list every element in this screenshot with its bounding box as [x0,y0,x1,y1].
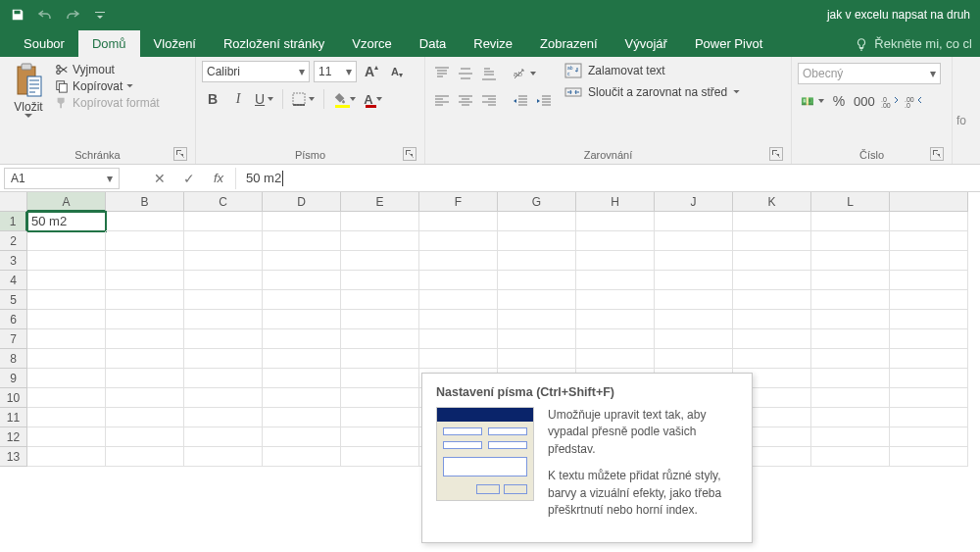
cell[interactable] [184,349,263,369]
cell[interactable] [733,329,811,349]
row-header[interactable]: 9 [0,369,27,388]
cell[interactable] [811,447,890,467]
cell[interactable] [341,290,419,310]
orientation-button[interactable]: ab [510,63,538,84]
cell[interactable]: 50 m2 [27,212,106,231]
cell[interactable] [498,251,576,271]
name-box[interactable]: A1 ▾ [4,168,120,189]
cell[interactable] [811,251,890,271]
col-header-a[interactable]: A [27,192,106,212]
undo-icon[interactable] [33,3,57,26]
cell[interactable] [184,427,263,447]
underline-button[interactable]: U [253,88,275,110]
cell[interactable] [576,231,655,251]
cell[interactable] [498,212,576,231]
cell[interactable] [890,388,968,408]
cell[interactable] [498,271,576,290]
cell[interactable] [27,408,106,427]
cell[interactable] [27,427,106,447]
cell[interactable] [106,427,184,447]
cell[interactable] [106,251,184,271]
tab-powerpivot[interactable]: Power Pivot [681,30,776,57]
qat-customize-icon[interactable] [88,3,112,26]
cell[interactable] [655,290,733,310]
cell[interactable] [576,290,655,310]
cell[interactable] [27,329,106,349]
cell[interactable] [890,447,968,467]
cell[interactable] [263,310,341,329]
cell[interactable] [890,310,968,329]
cell[interactable] [498,349,576,369]
cell[interactable] [890,212,968,231]
format-painter-button[interactable]: Kopírovat formát [55,96,160,110]
cell[interactable] [890,427,968,447]
save-icon[interactable] [6,3,29,26]
cell[interactable] [890,251,968,271]
increase-font-size-button[interactable]: A▴ [361,61,382,82]
cell[interactable] [341,388,419,408]
cell[interactable] [576,251,655,271]
cell[interactable] [27,231,106,251]
cell[interactable] [106,388,184,408]
cell[interactable] [890,231,968,251]
tab-review[interactable]: Revize [460,30,526,57]
cell[interactable] [655,310,733,329]
cell[interactable] [811,290,890,310]
merge-center-button[interactable]: Sloučit a zarovnat na střed [564,84,740,100]
cell[interactable] [106,231,184,251]
cell[interactable] [419,349,498,369]
cell[interactable] [419,290,498,310]
cell[interactable] [890,408,968,427]
cell[interactable] [106,369,184,388]
cell[interactable] [655,271,733,290]
cell[interactable] [811,231,890,251]
cell[interactable] [106,310,184,329]
tab-home[interactable]: Domů [78,30,140,57]
cell[interactable] [263,231,341,251]
cell[interactable] [733,251,811,271]
cell[interactable] [341,427,419,447]
cell[interactable] [498,231,576,251]
cell[interactable] [576,310,655,329]
borders-button[interactable] [290,88,317,110]
accounting-format-button[interactable]: 💵 [798,90,826,112]
cell[interactable] [576,329,655,349]
cell[interactable] [419,231,498,251]
paste-button[interactable]: Vložit [6,61,51,119]
cell[interactable] [419,271,498,290]
col-header-h[interactable]: H [576,192,655,212]
col-header-b[interactable]: B [106,192,184,212]
cell[interactable] [263,427,341,447]
cell[interactable] [576,212,655,231]
col-header-blank[interactable] [890,192,968,212]
cell[interactable] [341,447,419,467]
cell[interactable] [576,271,655,290]
cell[interactable] [655,251,733,271]
cell[interactable] [811,329,890,349]
cell[interactable] [263,212,341,231]
fill-color-button[interactable] [331,88,358,110]
cell[interactable] [263,388,341,408]
insert-function-button[interactable]: fx [208,168,229,189]
comma-style-button[interactable]: 000 [852,90,877,112]
increase-decimal-button[interactable]: .0.00 [879,90,901,112]
cell[interactable] [811,349,890,369]
row-header[interactable]: 12 [0,427,27,447]
cell[interactable] [27,388,106,408]
col-header-d[interactable]: D [263,192,341,212]
cell[interactable] [27,290,106,310]
cell[interactable] [419,329,498,349]
cell[interactable] [106,349,184,369]
cell[interactable] [263,369,341,388]
cell[interactable] [263,408,341,427]
cell[interactable] [27,447,106,467]
cell[interactable] [890,369,968,388]
cell[interactable] [184,369,263,388]
align-middle-button[interactable] [455,63,476,84]
cell[interactable] [263,251,341,271]
cell[interactable] [184,271,263,290]
copy-button[interactable]: Kopírovat [55,79,160,93]
cell[interactable] [733,271,811,290]
cell[interactable] [811,408,890,427]
cell[interactable] [184,408,263,427]
